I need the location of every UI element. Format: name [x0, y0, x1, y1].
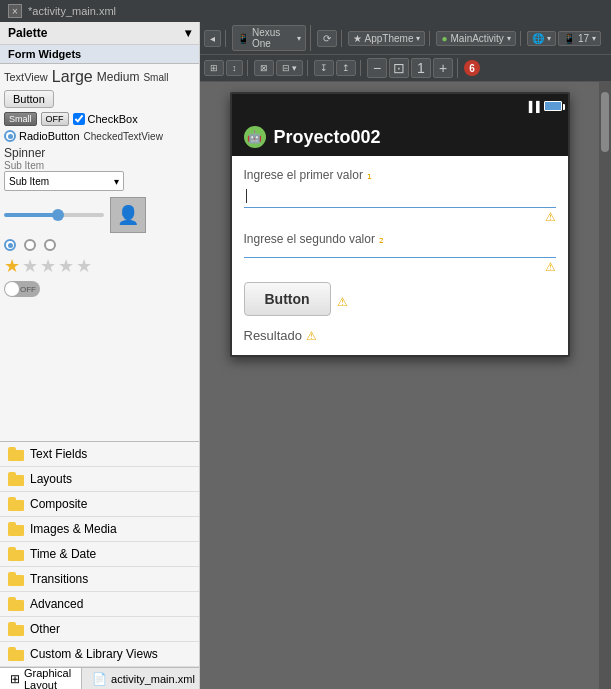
layout-btn-1[interactable]: ⊞ — [204, 60, 224, 76]
zoom-realsize-button[interactable]: 1 — [411, 58, 431, 78]
field-2-warning-row: ⚠ — [244, 260, 556, 274]
sidebar-item-time-date[interactable]: Time & Date — [0, 542, 199, 567]
palette-panel: Palette ▾ Form Widgets TextView Large Me… — [0, 22, 200, 689]
device-label: Nexus One — [252, 27, 294, 49]
star-4[interactable]: ★ — [58, 255, 74, 277]
tab-graphical-layout[interactable]: ⊞ Graphical Layout — [0, 668, 82, 689]
field-1-label-text: Ingrese el primer valor — [244, 168, 363, 182]
sidebar-item-other[interactable]: Other — [0, 617, 199, 642]
folder-icon-text-fields — [8, 447, 24, 461]
folder-icon-transitions — [8, 572, 24, 586]
locale-selector[interactable]: 🌐 ▾ — [527, 31, 556, 46]
sidebar-item-transitions[interactable]: Transitions — [0, 567, 199, 592]
star-rating-widget[interactable]: ★ ★ ★ ★ ★ — [4, 255, 195, 277]
tab-activity-xml[interactable]: 📄 activity_main.xml — [82, 668, 200, 689]
slider-thumb — [52, 209, 64, 221]
star-5[interactable]: ★ — [76, 255, 92, 277]
phone-icon: 📱 — [237, 33, 249, 44]
medium-text-widget[interactable]: Medium — [97, 70, 140, 84]
close-icon[interactable]: × — [8, 4, 22, 18]
spinner-widget[interactable]: Spinner Sub Item Sub Item ▾ — [4, 146, 195, 191]
sidebar-item-custom-library[interactable]: Custom & Library Views — [0, 642, 199, 667]
form-widgets-header: Form Widgets — [0, 45, 199, 64]
activity-xml-label: activity_main.xml — [111, 673, 195, 685]
bottom-tabs: ⊞ Graphical Layout 📄 activity_main.xml — [0, 667, 199, 689]
button-widget[interactable]: Button — [4, 90, 54, 108]
theme-dropdown-icon: ▾ — [416, 34, 420, 43]
action-button[interactable]: Button — [244, 282, 331, 316]
radio-dot-1[interactable] — [4, 239, 16, 251]
images-media-label: Images & Media — [30, 522, 117, 536]
checkbox-widget[interactable]: CheckBox — [73, 113, 138, 125]
field-1-input[interactable] — [244, 185, 556, 208]
folder-icon-time-date — [8, 547, 24, 561]
device-group: 📱 Nexus One ▾ — [232, 25, 311, 51]
zoom-in-button[interactable]: + — [433, 58, 453, 78]
error-badge[interactable]: 6 — [464, 60, 480, 76]
button-row: Button ⚠ — [244, 282, 556, 322]
theme-selector[interactable]: ★ AppTheme ▾ — [348, 31, 426, 46]
switch-widget[interactable]: OFF — [4, 281, 40, 297]
large-text-widget[interactable]: Large — [52, 68, 93, 86]
radio-dot-2[interactable] — [24, 239, 36, 251]
form-widgets-label: Form Widgets — [8, 48, 81, 60]
radio-row: RadioButton CheckedTextView — [4, 130, 195, 142]
sidebar-item-images-media[interactable]: Images & Media — [0, 517, 199, 542]
api-dropdown-icon: ▾ — [592, 34, 596, 43]
layout-btn-3[interactable]: ⊠ — [254, 60, 274, 76]
sidebar-item-composite[interactable]: Composite — [0, 492, 199, 517]
android-robot-icon: 🤖 — [247, 130, 262, 144]
field-2-label-warning-icon: ₂ — [379, 232, 384, 246]
layout-btn-5[interactable]: ↧ — [314, 60, 334, 76]
activity-group: ● MainActivity ▾ — [436, 31, 520, 46]
layout-btn-dropdown[interactable]: ⊟ ▾ — [276, 60, 304, 76]
small-text-widget[interactable]: Small — [143, 72, 168, 83]
radio-button-widget[interactable]: RadioButton — [4, 130, 80, 142]
title-label: *activity_main.xml — [28, 5, 116, 17]
editor-scrollbar[interactable] — [599, 82, 611, 689]
composite-label: Composite — [30, 497, 87, 511]
switch-row: OFF — [4, 281, 195, 297]
api-selector[interactable]: 📱 17 ▾ — [558, 31, 601, 46]
avatar-widget[interactable]: 👤 — [110, 197, 146, 233]
orientation-button[interactable]: ⟳ — [317, 30, 337, 47]
star-2[interactable]: ★ — [22, 255, 38, 277]
field-2-label: Ingrese el segundo valor ₂ — [244, 232, 556, 246]
off-toggle-widget[interactable]: OFF — [41, 112, 69, 126]
spinner-value: Sub Item — [9, 176, 49, 187]
device-dropdown-icon: ▾ — [297, 34, 301, 43]
palette-header[interactable]: Palette ▾ — [0, 22, 199, 45]
globe-icon: 🌐 — [532, 33, 544, 44]
small-toggle-widget[interactable]: Small — [4, 112, 37, 126]
title-bar: × *activity_main.xml — [0, 0, 611, 22]
star-3[interactable]: ★ — [40, 255, 56, 277]
folder-icon-layouts — [8, 472, 24, 486]
zoom-fit-button[interactable]: ⊡ — [389, 58, 409, 78]
spinner-control[interactable]: Sub Item ▾ — [4, 171, 124, 191]
phone-mockup: ▐▐ 🤖 Proyecto002 Ingrese e — [230, 92, 570, 357]
layout-btn-6[interactable]: ↥ — [336, 60, 356, 76]
checked-textview-widget[interactable]: CheckedTextView — [84, 131, 163, 142]
activity-selector[interactable]: ● MainActivity ▾ — [436, 31, 515, 46]
scrollbar-thumb[interactable] — [601, 92, 609, 152]
toggle-row: Small OFF CheckBox — [4, 112, 195, 126]
resultado-row: Resultado ⚠ — [244, 328, 556, 343]
sidebar-item-text-fields[interactable]: Text Fields — [0, 442, 199, 467]
star-1[interactable]: ★ — [4, 255, 20, 277]
slider-widget[interactable] — [4, 213, 104, 217]
editor-toolbar-1: ◂ 📱 Nexus One ▾ ⟳ ★ AppTheme ▾ — [200, 22, 611, 55]
nav-back-button[interactable]: ◂ — [204, 30, 221, 47]
zoom-out-button[interactable]: − — [367, 58, 387, 78]
field-2-input[interactable] — [244, 249, 556, 258]
folder-icon-composite — [8, 497, 24, 511]
folder-icon-custom — [8, 647, 24, 661]
api-label: 17 — [578, 33, 589, 44]
radio-dot-3[interactable] — [44, 239, 56, 251]
sidebar-item-advanced[interactable]: Advanced — [0, 592, 199, 617]
device-selector[interactable]: 📱 Nexus One ▾ — [232, 25, 306, 51]
sidebar-item-layouts[interactable]: Layouts — [0, 467, 199, 492]
android-icon: 🤖 — [244, 126, 266, 148]
textview-widget[interactable]: TextView — [4, 71, 48, 83]
layout-btn-2[interactable]: ↕ — [226, 60, 243, 76]
canvas-area[interactable]: ▐▐ 🤖 Proyecto002 Ingrese e — [200, 82, 599, 689]
